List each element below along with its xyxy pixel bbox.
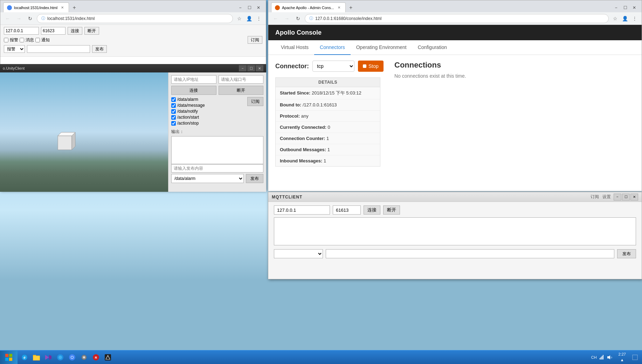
mqtt-subscribe-action[interactable]: 订阅	[591, 194, 599, 200]
address-bar-1[interactable]: ⓘ localhost:1531/index.html	[37, 14, 233, 23]
reload-btn-1[interactable]: ↻	[26, 14, 35, 23]
details-label-1: Bound to:	[280, 102, 301, 107]
mqtt-pub-btn[interactable]: 发布	[617, 249, 636, 258]
taskbar-icon-vs[interactable]	[43, 352, 54, 363]
b1-disconnect-btn[interactable]: 断开	[84, 27, 99, 35]
mqtt-minimize-btn[interactable]: −	[614, 194, 621, 201]
b1-publish-input[interactable]	[27, 45, 90, 53]
b1-cb-alarm[interactable]	[4, 38, 8, 42]
mqtt-pub-input[interactable]	[326, 249, 614, 258]
bookmark-btn-1[interactable]: ☆	[235, 14, 243, 23]
unity-cb-alarm[interactable]	[171, 97, 176, 102]
tab-apollo[interactable]: Apache Apollo - Admin Cons... ✕	[271, 2, 346, 12]
tab-close-2[interactable]: ✕	[336, 5, 342, 10]
mqtt-port-input[interactable]	[333, 205, 361, 215]
taskbar-icon-red[interactable]: R	[90, 352, 102, 363]
unity-minimize-btn[interactable]: −	[239, 65, 247, 71]
new-tab-btn-1[interactable]: +	[70, 3, 79, 12]
nav-virtual-hosts[interactable]: Virtual Hosts	[275, 40, 314, 55]
mqtt-maximize-btn[interactable]: ☐	[622, 194, 630, 201]
unity-subscribe-btn[interactable]: 订阅	[247, 97, 263, 106]
forward-btn-1[interactable]: →	[14, 14, 23, 23]
back-btn-1[interactable]: ←	[3, 14, 12, 23]
svg-rect-28	[602, 356, 602, 359]
profile-btn-2[interactable]: 👤	[621, 14, 629, 23]
unity-close-btn[interactable]: ✕	[256, 65, 263, 71]
unity-disconnect-btn[interactable]: 断开	[219, 86, 264, 95]
new-tab-btn-2[interactable]: +	[346, 3, 355, 12]
b1-topic-dropdown[interactable]: 报警 ▼	[4, 45, 25, 53]
taskbar-icon-gear[interactable]	[78, 352, 90, 363]
b1-cb-message[interactable]	[20, 38, 24, 42]
mqtt-settings-action[interactable]: 设置	[602, 194, 611, 200]
b1-subscribe-btn[interactable]: 订阅	[248, 36, 262, 44]
bookmark-btn-2[interactable]: ☆	[611, 14, 619, 23]
menu-btn-1[interactable]: ⋮	[255, 14, 263, 23]
nav-connectors[interactable]: Connectors	[314, 40, 351, 55]
unity-topic-select[interactable]: /data/alarm	[171, 174, 244, 183]
unity-ip-port-row	[171, 75, 263, 84]
windows-logo-icon	[5, 354, 13, 361]
unity-maximize-btn[interactable]: ☐	[247, 65, 255, 71]
tab-label-1: localhost:1531/index.html	[14, 6, 57, 10]
forward-btn-2[interactable]: →	[282, 14, 291, 23]
unity-subscribe-list: /data/alarm /data/message /data/notify	[171, 97, 245, 127]
unity-panel: 连接 断开 /data/alarm /data/message	[168, 72, 266, 192]
b1-cb-notify[interactable]	[35, 38, 40, 42]
unity-publish-btn[interactable]: 发布	[246, 174, 263, 183]
maximize-btn-2[interactable]: ☐	[621, 3, 630, 12]
unity-cb-message[interactable]	[171, 103, 176, 108]
tab-close-1[interactable]: ✕	[60, 5, 65, 10]
close-btn-1[interactable]: ✕	[254, 3, 263, 12]
nav-operating-environment[interactable]: Operating Environment	[351, 40, 412, 55]
ie-icon: e	[21, 354, 28, 361]
b1-ip-input[interactable]	[4, 27, 39, 35]
unity-publish-input[interactable]	[171, 164, 263, 173]
minimize-btn-2[interactable]: −	[612, 3, 621, 12]
taskbar-icon-unity[interactable]	[102, 352, 113, 363]
address-bar-2[interactable]: ⓘ 127.0.0.1:61680/console/index.html	[305, 14, 609, 23]
apollo-content: Apollo Console Virtual Hosts Connectors …	[268, 25, 642, 191]
connector-select[interactable]: tcp	[312, 61, 354, 72]
nav-bar-1: ← → ↻ ⓘ localhost:1531/index.html ☆ 👤 ⋮	[0, 12, 266, 25]
taskbar-icon-ie[interactable]: e	[19, 352, 30, 363]
mqtt-connect-btn[interactable]: 连接	[364, 205, 380, 215]
details-label-3: Currently Connected:	[280, 125, 326, 130]
maximize-btn-1[interactable]: ☐	[245, 3, 254, 12]
nav-extra-2: ☆ 👤 ⋮	[611, 14, 639, 23]
mqtt-ip-input[interactable]	[274, 205, 330, 215]
unity-title: o.UnityClient	[3, 66, 25, 70]
b1-port-input[interactable]	[41, 27, 65, 35]
stop-btn-label: Stop	[368, 63, 379, 69]
unity-cb-notify[interactable]	[171, 109, 176, 114]
mqtt-close-btn[interactable]: ✕	[630, 194, 638, 201]
unity-ip-input[interactable]	[171, 75, 216, 84]
mqtt-disconnect-btn[interactable]: 断开	[383, 205, 400, 215]
b1-checkboxes: 报警 消息 通知	[4, 37, 50, 43]
ball-icon	[56, 354, 64, 361]
back-btn-2[interactable]: ←	[271, 14, 280, 23]
network-icon	[599, 355, 605, 360]
close-btn-2[interactable]: ✕	[630, 3, 639, 12]
b1-connect-btn[interactable]: 连接	[68, 27, 82, 35]
b1-publish-row: 报警 ▼ 发布	[4, 45, 262, 53]
menu-btn-2[interactable]: ⋮	[630, 14, 639, 23]
nav-configuration[interactable]: Configuration	[412, 40, 453, 55]
reload-btn-2[interactable]: ↻	[294, 14, 303, 23]
mqtt-topic-select[interactable]	[274, 249, 323, 258]
taskbar-start-btn[interactable]	[0, 351, 18, 364]
b1-publish-btn[interactable]: 发布	[92, 45, 107, 53]
unity-cb-start[interactable]	[171, 115, 176, 120]
stop-btn[interactable]: Stop	[358, 61, 384, 72]
tab-localhost[interactable]: localhost:1531/index.html ✕	[3, 2, 69, 12]
show-desktop-icon[interactable]	[632, 355, 638, 360]
unity-port-input[interactable]	[219, 75, 264, 84]
taskbar-icon-folder[interactable]	[31, 352, 42, 363]
clock-date: ▲	[620, 357, 624, 363]
taskbar-icon-ball[interactable]	[55, 352, 66, 363]
profile-btn-1[interactable]: 👤	[245, 14, 253, 23]
taskbar-icon-chrome[interactable]	[67, 352, 78, 363]
unity-cb-stop[interactable]	[171, 121, 176, 126]
unity-connect-btn[interactable]: 连接	[171, 86, 216, 95]
minimize-btn-1[interactable]: −	[236, 3, 245, 12]
